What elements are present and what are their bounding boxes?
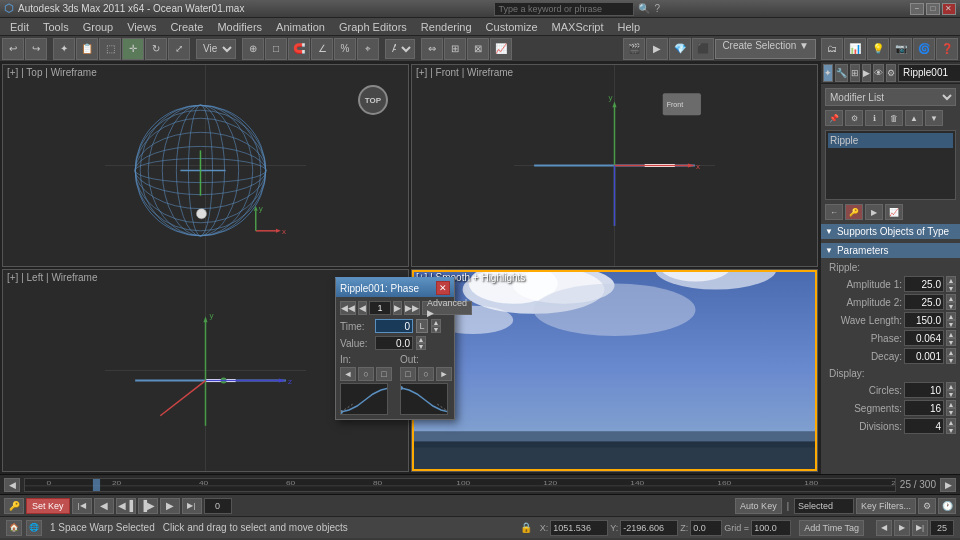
segments-down[interactable]: ▼ <box>946 408 956 416</box>
mod-key-button[interactable]: 🔑 <box>845 204 863 220</box>
amplitude1-down[interactable]: ▼ <box>946 284 956 292</box>
viewport-front[interactable]: [+] | Front | Wireframe y x <box>411 64 818 267</box>
menu-help[interactable]: Help <box>612 20 647 34</box>
menu-customize[interactable]: Customize <box>480 20 544 34</box>
amplitude2-up[interactable]: ▲ <box>946 294 956 302</box>
mod-graph-button[interactable]: 📈 <box>885 204 903 220</box>
modifier-box[interactable]: Ripple <box>825 130 956 200</box>
status-home-button[interactable]: 🏠 <box>6 520 22 536</box>
dialog-time-up[interactable]: ▲ <box>431 319 441 326</box>
hierarchy-button[interactable]: ⊠ <box>467 38 489 60</box>
status-pb-play[interactable]: ▶ <box>894 520 910 536</box>
mod-pin-button[interactable]: 📌 <box>825 110 843 126</box>
amplitude2-input[interactable] <box>904 294 944 310</box>
wavelength-up[interactable]: ▲ <box>946 312 956 320</box>
render-button[interactable]: ▶ <box>646 38 668 60</box>
rp-tab-create[interactable]: ✦ <box>823 64 833 82</box>
status-pb-prev[interactable]: ◀ <box>876 520 892 536</box>
timeline-next-button[interactable]: ▶ <box>940 478 956 492</box>
rp-tab-hierarchy[interactable]: ⊞ <box>850 64 860 82</box>
phase-down[interactable]: ▼ <box>946 338 956 346</box>
select-by-name-button[interactable]: 📋 <box>76 38 98 60</box>
align-button[interactable]: ⊞ <box>444 38 466 60</box>
supports-section-header[interactable]: Supports Objects of Type <box>821 224 960 239</box>
rp-tab-utilities[interactable]: ⚙ <box>886 64 896 82</box>
mod-delete-button[interactable]: 🗑 <box>885 110 903 126</box>
menu-graph-editors[interactable]: Graph Editors <box>333 20 413 34</box>
dialog-in-btn3[interactable]: □ <box>376 367 392 381</box>
search-input[interactable] <box>494 2 634 16</box>
dialog-in-btn1[interactable]: ◄ <box>340 367 356 381</box>
use-pivot-button[interactable]: ⊕ <box>242 38 264 60</box>
menu-animation[interactable]: Animation <box>270 20 331 34</box>
pb-play-forward-button[interactable]: ▐▶ <box>138 498 158 514</box>
help2-button[interactable]: ❓ <box>936 38 958 60</box>
selected-field[interactable] <box>794 498 854 514</box>
modifier-item[interactable]: Ripple <box>828 133 953 148</box>
select-filter-button[interactable]: □ <box>265 38 287 60</box>
menu-modifiers[interactable]: Modifiers <box>211 20 268 34</box>
circles-input[interactable] <box>904 382 944 398</box>
pb-next-frame-button[interactable]: ▶ <box>160 498 180 514</box>
create-selection-button[interactable]: Create Selection ▼ <box>715 39 816 59</box>
viewport-perspective[interactable]: [+] | Smooth + Highlights <box>411 269 818 472</box>
dialog-prev-button[interactable]: ◀◀ <box>340 301 356 315</box>
pb-prev-frame-button[interactable]: ◀ <box>94 498 114 514</box>
rp-tab-display[interactable]: 👁 <box>873 64 884 82</box>
dialog-close-button[interactable]: ✕ <box>436 281 450 295</box>
dialog-out-btn2[interactable]: ○ <box>418 367 434 381</box>
wavelength-input[interactable] <box>904 312 944 328</box>
dialog-value-input[interactable] <box>375 336 413 350</box>
circles-down[interactable]: ▼ <box>946 390 956 398</box>
camera-button[interactable]: 📷 <box>890 38 912 60</box>
angle-snap-button[interactable]: ∠ <box>311 38 333 60</box>
layers-button[interactable]: 🗂 <box>821 38 843 60</box>
dialog-last-button[interactable]: ▶▶ <box>404 301 420 315</box>
spacewarp-button[interactable]: 🌀 <box>913 38 935 60</box>
rp-tab-motion[interactable]: ▶ <box>862 64 871 82</box>
pb-time-config-button[interactable]: 🕐 <box>938 498 956 514</box>
current-frame-input[interactable] <box>204 498 232 514</box>
dialog-in-btn2[interactable]: ○ <box>358 367 374 381</box>
parameters-section-header[interactable]: Parameters <box>821 243 960 258</box>
menu-views[interactable]: Views <box>121 20 162 34</box>
close-button[interactable]: ✕ <box>942 3 956 15</box>
dialog-out-btn1[interactable]: □ <box>400 367 416 381</box>
pb-first-button[interactable]: |◀ <box>72 498 92 514</box>
curve-editor-button[interactable]: 📈 <box>490 38 512 60</box>
material-editor-button[interactable]: 💎 <box>669 38 691 60</box>
menu-create[interactable]: Create <box>164 20 209 34</box>
pb-key-mode-button[interactable]: 🔑 <box>4 498 24 514</box>
decay-down[interactable]: ▼ <box>946 356 956 364</box>
grid-input[interactable] <box>751 520 791 536</box>
key-filters-button[interactable]: Key Filters... <box>856 498 916 514</box>
add-time-tag-button[interactable]: Add Time Tag <box>799 520 864 536</box>
viewport-top[interactable]: [+] | Top | Wireframe <box>2 64 409 267</box>
dialog-value-down[interactable]: ▼ <box>416 343 426 350</box>
pb-last-button[interactable]: ▶| <box>182 498 202 514</box>
mirror-button[interactable]: ⇔ <box>421 38 443 60</box>
divisions-down[interactable]: ▼ <box>946 426 956 434</box>
dialog-advanced-button[interactable]: Advanced ▶ <box>422 301 472 315</box>
pb-config-button[interactable]: ⚙ <box>918 498 936 514</box>
segments-up[interactable]: ▲ <box>946 400 956 408</box>
phase-input[interactable] <box>904 330 944 346</box>
status-frame-input[interactable] <box>930 520 954 536</box>
dialog-out-btn3[interactable]: ► <box>436 367 452 381</box>
mod-anim-button[interactable]: ▶ <box>865 204 883 220</box>
timeline-track[interactable]: 0 20 40 60 80 100 120 140 160 180 200 <box>24 478 896 492</box>
dialog-time-l-button[interactable]: L <box>416 319 428 333</box>
reference-coord-select[interactable]: View <box>196 39 236 59</box>
dialog-back-button[interactable]: ◀ <box>358 301 367 315</box>
rotate-button[interactable]: ↻ <box>145 38 167 60</box>
menu-group[interactable]: Group <box>77 20 120 34</box>
z-coord-input[interactable] <box>690 520 722 536</box>
circles-up[interactable]: ▲ <box>946 382 956 390</box>
wavelength-down[interactable]: ▼ <box>946 320 956 328</box>
dialog-time-input[interactable] <box>375 319 413 333</box>
x-coord-input[interactable] <box>550 520 608 536</box>
divisions-input[interactable] <box>904 418 944 434</box>
mod-back-button[interactable]: ← <box>825 204 843 220</box>
menu-rendering[interactable]: Rendering <box>415 20 478 34</box>
spinner-snap-button[interactable]: ⌖ <box>357 38 379 60</box>
